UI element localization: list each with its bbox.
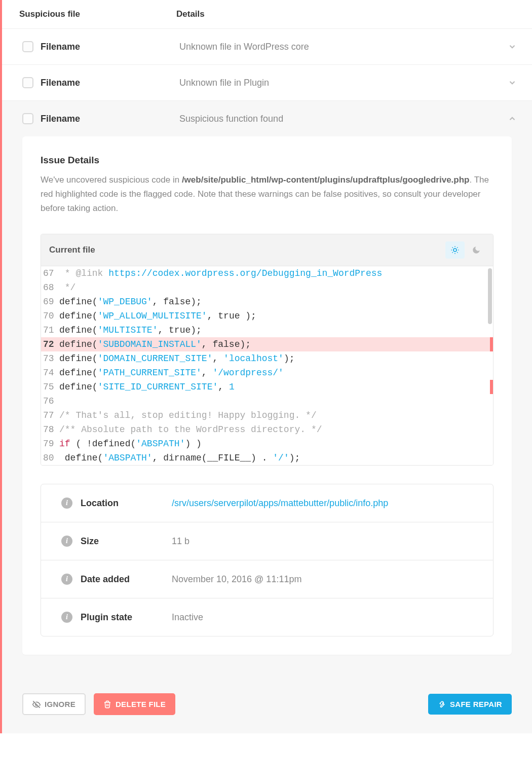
chevron-down-icon[interactable] xyxy=(507,78,518,87)
line-number: 71 xyxy=(41,323,59,337)
issue-details-title: Issue Details xyxy=(41,155,493,166)
table-header: Suspicious file Details xyxy=(2,0,532,29)
safe-repair-button[interactable]: SAFE REPAIR xyxy=(428,694,512,715)
issue-details-description: We've uncovered suspicious code in /web/… xyxy=(41,173,493,216)
info-value: 11 b xyxy=(172,536,189,547)
line-number: 69 xyxy=(41,295,59,309)
code-content: define('WP_DEBUG', false); xyxy=(59,295,202,309)
code-line: 74define('PATH_CURRENT_SITE', '/wordpres… xyxy=(41,366,493,380)
line-number: 77 xyxy=(41,408,59,422)
wrench-icon xyxy=(438,700,446,708)
info-icon: i xyxy=(61,574,72,585)
info-label: Date added xyxy=(81,574,172,585)
file-info-table: iLocation/srv/users/serverpilot/apps/mat… xyxy=(41,484,493,636)
code-line: 73define('DOMAIN_CURRENT_SITE', 'localho… xyxy=(41,351,493,366)
info-label: Location xyxy=(81,498,172,509)
line-number: 79 xyxy=(41,437,59,451)
svg-point-0 xyxy=(453,248,457,252)
row-filename-label: Filename xyxy=(41,42,179,52)
code-line: 70define('WP_ALLOW_MULTISITE', true ); xyxy=(41,309,493,323)
code-line: 79if ( !defined('ABSPATH') ) xyxy=(41,437,493,451)
eye-off-icon xyxy=(32,700,41,708)
trash-icon xyxy=(103,700,111,708)
code-line: 69define('WP_DEBUG', false); xyxy=(41,295,493,309)
svg-line-4 xyxy=(457,252,458,253)
current-file-label: Current file xyxy=(49,245,95,255)
code-content: define('SITE_ID_CURRENT_SITE', 1 xyxy=(59,380,235,394)
svg-line-8 xyxy=(457,247,458,248)
info-icon: i xyxy=(61,536,72,547)
code-line: 67 * @link https://codex.wordpress.org/D… xyxy=(41,266,493,280)
line-number: 78 xyxy=(41,422,59,437)
row-details: Unknown file in WordPress core xyxy=(179,42,507,52)
code-content xyxy=(59,394,65,408)
line-number: 70 xyxy=(41,309,59,323)
code-line: 80 define('ABSPATH', dirname(__FILE__) .… xyxy=(41,451,493,465)
code-line: 72define('SUBDOMAIN_INSTALL', false); xyxy=(41,337,493,351)
row-filename-label: Filename xyxy=(41,114,179,124)
code-line: 71define('MULTISITE', true); xyxy=(41,323,493,337)
code-line: 68 */ xyxy=(41,280,493,295)
svg-line-3 xyxy=(452,247,453,248)
info-value: November 10, 2016 @ 11:11pm xyxy=(172,574,301,585)
code-line: 75define('SITE_ID_CURRENT_SITE', 1 xyxy=(41,380,493,394)
info-value[interactable]: /srv/users/serverpilot/apps/mattebutter/… xyxy=(172,498,388,509)
code-content: define('MULTISITE', true); xyxy=(59,323,202,337)
line-number: 72 xyxy=(41,337,59,351)
line-number: 75 xyxy=(41,380,59,394)
sun-icon xyxy=(450,245,460,255)
file-row[interactable]: FilenameSuspicious function found xyxy=(2,101,532,136)
code-content: */ xyxy=(59,280,75,295)
row-details: Unknown file in Plugin xyxy=(179,78,507,88)
issue-expand-panel: Issue Details We've uncovered suspicious… xyxy=(2,136,532,675)
code-block: Current file 67 * @link https://codex.wo… xyxy=(41,234,493,466)
code-content: /** Absolute path to the WordPress direc… xyxy=(59,422,322,437)
moon-icon xyxy=(472,245,481,255)
info-icon: i xyxy=(61,498,72,509)
code-content: /* That's all, stop editing! Happy blogg… xyxy=(59,408,317,422)
info-row: iLocation/srv/users/serverpilot/apps/mat… xyxy=(41,484,493,522)
info-label: Plugin state xyxy=(81,612,172,623)
code-content: define('SUBDOMAIN_INSTALL', false); xyxy=(59,337,251,351)
code-content: define('WP_ALLOW_MULTISITE', true ); xyxy=(59,309,256,323)
light-theme-button[interactable] xyxy=(445,241,465,259)
header-suspicious-file: Suspicious file xyxy=(19,9,176,19)
info-label: Size xyxy=(81,536,172,547)
info-value: Inactive xyxy=(172,612,203,623)
svg-line-7 xyxy=(452,252,453,253)
chevron-up-icon[interactable] xyxy=(507,114,518,123)
header-details: Details xyxy=(176,9,205,19)
line-number: 76 xyxy=(41,394,59,408)
info-icon: i xyxy=(61,612,72,623)
file-row[interactable]: FilenameUnknown file in Plugin xyxy=(2,65,532,101)
code-content: define('PATH_CURRENT_SITE', '/wordpress/… xyxy=(59,366,284,380)
theme-toggle xyxy=(445,241,486,259)
info-row: iSize11 b xyxy=(41,522,493,560)
code-content: * @link https://codex.wordpress.org/Debu… xyxy=(59,266,382,280)
line-number: 67 xyxy=(41,266,59,280)
code-body[interactable]: 67 * @link https://codex.wordpress.org/D… xyxy=(41,266,493,465)
line-number: 80 xyxy=(41,451,59,465)
code-content: define('ABSPATH', dirname(__FILE__) . '/… xyxy=(59,451,300,465)
action-bar: IGNORE DELETE FILE SAFE REPAIR xyxy=(2,675,532,733)
row-filename-label: Filename xyxy=(41,78,179,88)
chevron-down-icon[interactable] xyxy=(507,42,518,51)
code-content: define('DOMAIN_CURRENT_SITE', 'localhost… xyxy=(59,351,295,366)
delete-file-button[interactable]: DELETE FILE xyxy=(94,693,175,715)
dark-theme-button[interactable] xyxy=(467,241,486,259)
line-number: 74 xyxy=(41,366,59,380)
code-content: if ( !defined('ABSPATH') ) xyxy=(59,437,202,451)
row-checkbox[interactable] xyxy=(22,41,33,52)
file-row[interactable]: FilenameUnknown file in WordPress core xyxy=(2,29,532,65)
info-row: iPlugin stateInactive xyxy=(41,598,493,636)
row-details: Suspicious function found xyxy=(179,114,507,124)
code-line: 76 xyxy=(41,394,493,408)
row-checkbox[interactable] xyxy=(22,77,33,88)
line-number: 68 xyxy=(41,280,59,295)
line-number: 73 xyxy=(41,351,59,366)
code-line: 78/** Absolute path to the WordPress dir… xyxy=(41,422,493,437)
code-line: 77/* That's all, stop editing! Happy blo… xyxy=(41,408,493,422)
row-checkbox[interactable] xyxy=(22,113,33,124)
ignore-button[interactable]: IGNORE xyxy=(22,693,86,715)
info-row: iDate addedNovember 10, 2016 @ 11:11pm xyxy=(41,560,493,598)
